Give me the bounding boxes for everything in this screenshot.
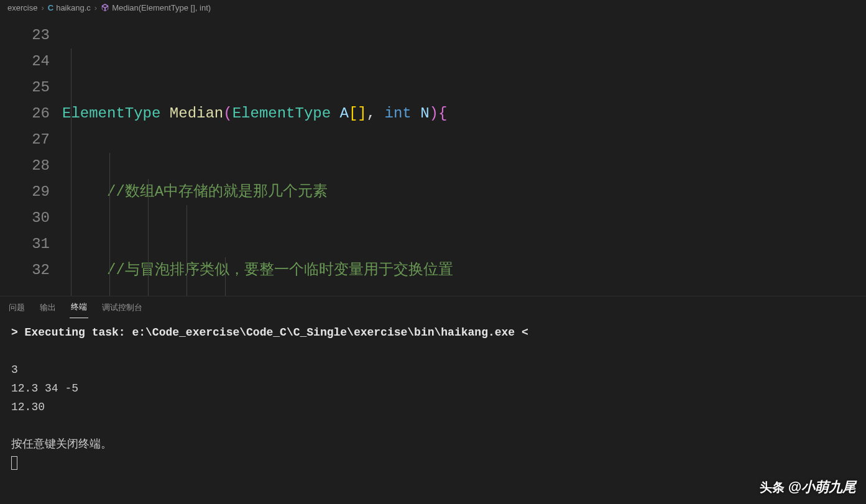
terminal-line: 12.30 — [11, 401, 45, 413]
tab-output[interactable]: 输出 — [39, 297, 57, 318]
watermark-author: @小萌九尾 — [788, 478, 856, 497]
line-number: 26 — [0, 101, 50, 127]
function-icon — [101, 3, 109, 12]
line-number: 23 — [0, 22, 50, 48]
terminal-close-prompt: 按任意键关闭终端。 — [11, 438, 112, 451]
breadcrumb-symbol[interactable]: Median(ElementType [], int) — [112, 3, 211, 12]
terminal-output[interactable]: > Executing task: e:\Code_exercise\Code_… — [0, 318, 866, 477]
code-line: //与冒泡排序类似，要整一个临时变量用于交换位置 — [62, 257, 866, 283]
code-editor[interactable]: 23 24 25 26 27 28 29 30 31 32 ElementTyp… — [0, 15, 866, 296]
breadcrumb: exercise › C haikang.c › Median(ElementT… — [0, 0, 866, 15]
terminal-line: 3 — [11, 364, 18, 376]
line-number: 29 — [0, 179, 50, 205]
line-number: 27 — [0, 127, 50, 153]
line-number: 25 — [0, 75, 50, 101]
code-line: ElementType Median(ElementType A[], int … — [62, 101, 866, 127]
line-number: 28 — [0, 153, 50, 179]
line-number: 32 — [0, 257, 50, 283]
tab-debug-console[interactable]: 调试控制台 — [101, 297, 144, 318]
chevron-right-icon: › — [41, 3, 44, 12]
code-line: //数组A中存储的就是那几个元素 — [62, 179, 866, 205]
terminal-cursor — [11, 456, 17, 470]
line-number: 31 — [0, 231, 50, 257]
code-area[interactable]: ElementType Median(ElementType A[], int … — [62, 15, 866, 296]
panel-tabs: 问题 输出 终端 调试控制台 — [0, 296, 866, 318]
breadcrumb-file[interactable]: haikang.c — [56, 3, 91, 12]
bottom-panel: 问题 输出 终端 调试控制台 > Executing task: e:\Code… — [0, 296, 866, 504]
chevron-right-icon: › — [94, 3, 97, 12]
tab-problems[interactable]: 问题 — [7, 297, 26, 318]
watermark: 头条 @小萌九尾 — [760, 478, 856, 497]
terminal-line: 12.3 34 -5 — [11, 382, 78, 395]
line-number-gutter: 23 24 25 26 27 28 29 30 31 32 — [0, 15, 62, 296]
watermark-logo: 头条 — [760, 479, 785, 496]
breadcrumb-folder[interactable]: exercise — [7, 3, 37, 12]
line-number: 30 — [0, 205, 50, 231]
line-number: 24 — [0, 48, 50, 75]
c-file-icon: C — [48, 3, 53, 12]
tab-terminal[interactable]: 终端 — [70, 296, 88, 318]
